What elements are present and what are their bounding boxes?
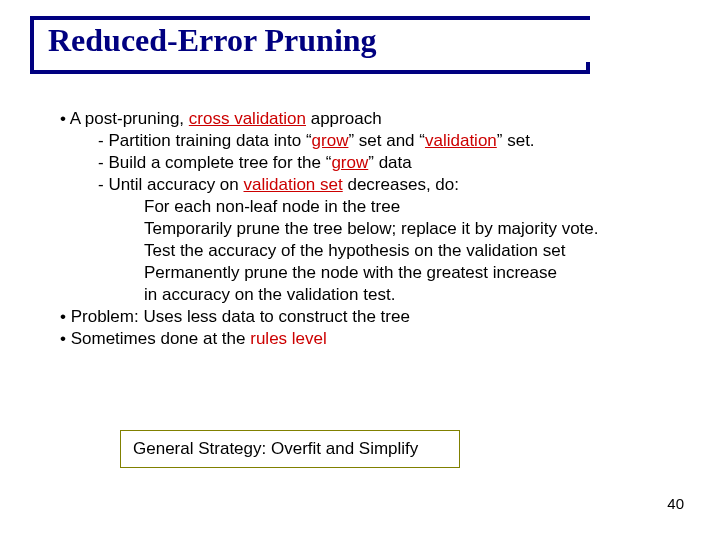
slide-body: • A post-pruning, cross validation appro… bbox=[60, 108, 680, 350]
bullet-3: Temporarily prune the tree below; replac… bbox=[60, 218, 680, 240]
text: - Build a complete tree for the “ bbox=[98, 153, 331, 172]
emphasis-text: validation set bbox=[244, 175, 343, 194]
emphasis-text: grow bbox=[331, 153, 368, 172]
bullet-3: For each non-leaf node in the tree bbox=[60, 196, 680, 218]
bullet-3: Test the accuracy of the hypothesis on t… bbox=[60, 240, 680, 262]
slide: Reduced-Error Pruning • A post-pruning, … bbox=[0, 0, 720, 540]
bullet-3: in accuracy on the validation test. bbox=[60, 284, 680, 306]
text: ” data bbox=[368, 153, 411, 172]
text: approach bbox=[306, 109, 382, 128]
slide-title: Reduced-Error Pruning bbox=[48, 22, 377, 59]
text: decreases, do: bbox=[343, 175, 459, 194]
emphasis-text: cross validation bbox=[189, 109, 306, 128]
strategy-text: General Strategy: Overfit and Simplify bbox=[133, 439, 418, 458]
text: ” set. bbox=[497, 131, 535, 150]
bullet-2: - Partition training data into “grow” se… bbox=[60, 130, 680, 152]
bullet-2: - Until accuracy on validation set decre… bbox=[60, 174, 680, 196]
title-border-top bbox=[30, 16, 590, 20]
page-number: 40 bbox=[667, 495, 684, 512]
title-border-bottom bbox=[30, 70, 590, 74]
bullet-3: Permanently prune the node with the grea… bbox=[60, 262, 680, 284]
text: • A post-pruning, bbox=[60, 109, 189, 128]
strategy-box: General Strategy: Overfit and Simplify bbox=[120, 430, 460, 468]
bullet-1: • A post-pruning, cross validation appro… bbox=[60, 108, 680, 130]
text: ” set and “ bbox=[348, 131, 425, 150]
title-border-right bbox=[586, 62, 590, 74]
bullet-1: • Problem: Uses less data to construct t… bbox=[60, 306, 680, 328]
text: - Until accuracy on bbox=[98, 175, 244, 194]
emphasis-text: rules level bbox=[250, 329, 327, 348]
emphasis-text: grow bbox=[312, 131, 349, 150]
bullet-1: • Sometimes done at the rules level bbox=[60, 328, 680, 350]
bullet-2: - Build a complete tree for the “grow” d… bbox=[60, 152, 680, 174]
emphasis-text: validation bbox=[425, 131, 497, 150]
text: - Partition training data into “ bbox=[98, 131, 312, 150]
title-border-left bbox=[30, 16, 34, 74]
text: • Sometimes done at the bbox=[60, 329, 250, 348]
